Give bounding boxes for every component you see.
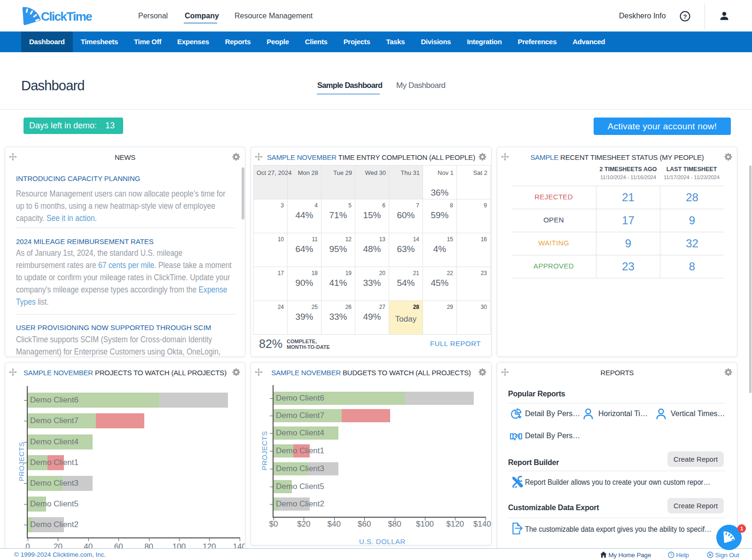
svg-text:?: ? — [670, 552, 673, 557]
svg-text:ClickTime: ClickTime — [41, 9, 92, 24]
svg-text:?: ? — [683, 13, 687, 20]
